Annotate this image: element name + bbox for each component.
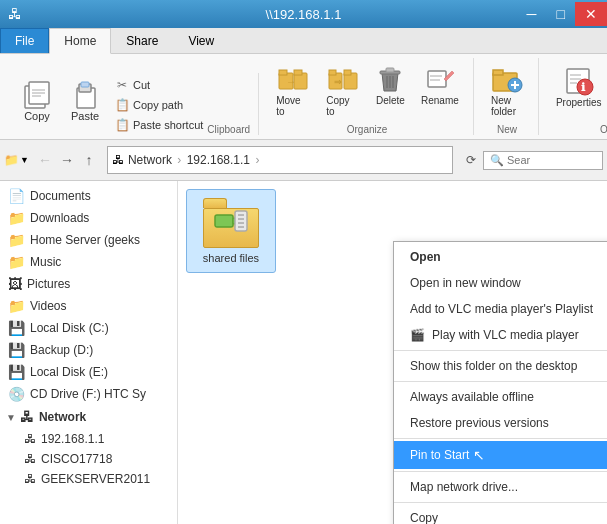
svg-point-32	[577, 79, 593, 95]
tab-view[interactable]: View	[173, 28, 229, 53]
vlc-icon: 🎬	[410, 328, 428, 342]
tab-home[interactable]: Home	[49, 28, 111, 54]
refresh-button[interactable]: ⟳	[461, 150, 481, 170]
path-network: Network › 192.168.1.1 ›	[128, 153, 261, 167]
svg-rect-27	[493, 70, 503, 75]
cd-drive-icon: 💿	[8, 386, 25, 402]
copy-button[interactable]: Copy	[14, 73, 60, 127]
sidebar-item-pictures[interactable]: 🖼 Pictures	[0, 273, 177, 295]
title-bar: 🖧 \\192.168.1.1 ─ □ ✕	[0, 0, 607, 28]
rename-icon	[424, 63, 456, 95]
sidebar-item-videos[interactable]: 📁 Videos	[0, 295, 177, 317]
delete-button[interactable]: Delete	[368, 58, 413, 122]
svg-rect-11	[294, 70, 302, 75]
ctx-pin-start[interactable]: Pin to Start ↖	[394, 441, 607, 469]
sidebar-item-local-c[interactable]: 💾 Local Disk (C:)	[0, 317, 177, 339]
properties-button[interactable]: ℹ Properties	[549, 60, 607, 113]
address-icon: 🖧	[112, 153, 124, 167]
copy-path-button[interactable]: 📋 Copy path	[110, 95, 207, 115]
sidebar-item-cisco[interactable]: 🖧 CISCO17718	[0, 449, 177, 469]
sidebar-item-backup-d[interactable]: 💾 Backup (D:)	[0, 339, 177, 361]
cursor-arrow: ↖	[473, 447, 485, 463]
copy-icon	[21, 78, 53, 110]
ribbon-group-clipboard: Copy Paste ✂	[6, 73, 259, 135]
content-area: shared files Open Open in new window Add…	[178, 181, 607, 524]
ctx-copy[interactable]: Copy	[394, 505, 607, 524]
downloads-icon: 📁	[8, 210, 25, 226]
ctx-sep-5	[394, 502, 607, 503]
ribbon-group-organize: → Move to ⇒	[261, 58, 474, 135]
search-box[interactable]: 🔍	[483, 151, 603, 170]
svg-rect-39	[235, 211, 247, 231]
up-button[interactable]: ↑	[79, 150, 99, 170]
new-folder-button[interactable]: New folder	[484, 58, 530, 122]
ctx-open[interactable]: Open	[394, 244, 607, 270]
properties-icon: ℹ	[563, 65, 595, 97]
ctx-open-new[interactable]: Open in new window	[394, 270, 607, 296]
title-bar-icon: 🖧	[8, 6, 22, 22]
tab-share[interactable]: Share	[111, 28, 173, 53]
minimize-btn[interactable]: ─	[517, 2, 547, 26]
maximize-btn[interactable]: □	[547, 2, 575, 26]
paste-icon	[69, 78, 101, 110]
ribbon-content: Copy Paste ✂	[0, 54, 607, 139]
geekserver-icon: 🖧	[24, 472, 36, 486]
ctx-restore[interactable]: Restore previous versions	[394, 410, 607, 436]
ribbon-tab-bar: File Home Share View	[0, 28, 607, 54]
ctx-show-desktop[interactable]: Show this folder on the desktop	[394, 353, 607, 379]
paste-shortcut-button[interactable]: 📋 Paste shortcut	[110, 115, 207, 135]
context-menu: Open Open in new window Add to VLC media…	[393, 241, 607, 524]
sidebar-item-documents[interactable]: 📄 Documents	[0, 185, 177, 207]
documents-icon: 📄	[8, 188, 25, 204]
delete-icon	[374, 63, 406, 95]
ctx-offline[interactable]: Always available offline	[394, 384, 607, 410]
rename-button[interactable]: Rename	[415, 58, 465, 122]
sidebar-item-geekserver[interactable]: 🖧 GEEKSERVER2011	[0, 469, 177, 489]
svg-rect-23	[428, 71, 446, 87]
ctx-sep-2	[394, 381, 607, 382]
ribbon-group-open: ℹ Properties 📂 Open ▼	[541, 60, 607, 135]
ctx-vlc-playlist[interactable]: Add to VLC media player's Playlist	[394, 296, 607, 322]
sidebar-item-music[interactable]: 📁 Music	[0, 251, 177, 273]
paste-button[interactable]: Paste	[62, 73, 108, 127]
sidebar-item-homeserver[interactable]: 📁 Home Server (geeks	[0, 229, 177, 251]
copy-to-icon: ⇒	[327, 63, 359, 95]
svg-rect-7	[81, 82, 89, 87]
network-section-icon: 🖧	[20, 409, 34, 425]
ctx-map-drive[interactable]: Map network drive...	[394, 474, 607, 500]
sidebar-item-downloads[interactable]: 📁 Downloads	[0, 207, 177, 229]
sidebar-item-local-e[interactable]: 💾 Local Disk (E:)	[0, 361, 177, 383]
move-to-icon: →	[277, 63, 309, 95]
search-input[interactable]	[507, 154, 587, 166]
copy-to-button[interactable]: ⇒ Copy to	[319, 58, 366, 122]
svg-rect-16	[344, 70, 351, 75]
address-bar[interactable]: 🖧 Network › 192.168.1.1 ›	[107, 146, 453, 174]
quick-access-icon: 📁	[4, 153, 19, 167]
homeserver-icon: 📁	[8, 232, 25, 248]
sidebar-item-192[interactable]: 🖧 192.168.1.1	[0, 429, 177, 449]
music-icon: 📁	[8, 254, 25, 270]
forward-button[interactable]: →	[57, 150, 77, 170]
back-button[interactable]: ←	[35, 150, 55, 170]
tab-file[interactable]: File	[0, 28, 49, 53]
ribbon-group-new: New folder New	[476, 58, 539, 135]
videos-icon: 📁	[8, 298, 25, 314]
quick-access-arrow[interactable]: ▼	[20, 155, 29, 165]
local-disk-c-icon: 💾	[8, 320, 25, 336]
folder-overlay	[213, 207, 249, 240]
svg-rect-14	[329, 70, 336, 75]
sidebar-section-network[interactable]: ▼ 🖧 Network	[0, 405, 177, 429]
svg-rect-37	[215, 215, 233, 227]
svg-rect-9	[279, 70, 287, 75]
copy-path-icon: 📋	[114, 97, 130, 113]
move-to-button[interactable]: → Move to	[269, 58, 317, 122]
ctx-sep-1	[394, 350, 607, 351]
svg-text:→: →	[286, 76, 296, 87]
close-btn[interactable]: ✕	[575, 2, 607, 26]
ctx-vlc-play[interactable]: 🎬 Play with VLC media player	[394, 322, 607, 348]
cut-button[interactable]: ✂ Cut	[110, 75, 207, 95]
ribbon: File Home Share View	[0, 28, 607, 140]
sidebar-item-cd-f[interactable]: 💿 CD Drive (F:) HTC Sy	[0, 383, 177, 405]
paste-shortcut-icon: 📋	[114, 117, 130, 133]
folder-shared-files[interactable]: shared files	[186, 189, 276, 273]
